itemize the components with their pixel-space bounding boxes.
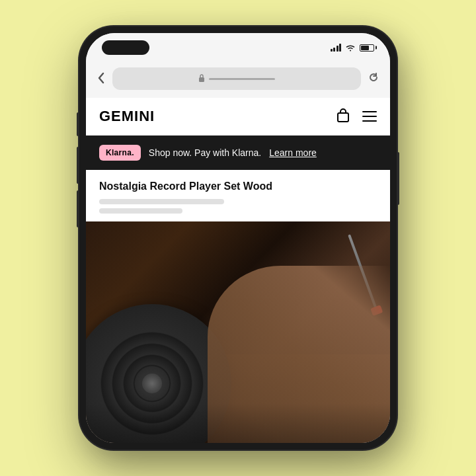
power-button xyxy=(397,152,399,205)
vinyl-center-hole xyxy=(142,374,162,393)
back-chevron-icon[interactable] xyxy=(97,71,106,87)
signal-icon xyxy=(331,44,342,52)
status-bar-right xyxy=(331,44,375,52)
browser-bar xyxy=(86,62,390,98)
store-logo: GEMINI xyxy=(99,108,155,125)
product-image-area xyxy=(86,221,390,443)
menu-icon[interactable] xyxy=(362,111,377,122)
signal-bar-2 xyxy=(333,48,335,52)
svg-rect-0 xyxy=(199,77,204,82)
battery-fill xyxy=(361,46,369,50)
product-meta-line-2 xyxy=(99,208,182,214)
menu-line-1 xyxy=(362,111,377,112)
klarna-message: Shop now. Pay with Klarna. xyxy=(149,147,261,158)
svg-rect-1 xyxy=(338,113,348,122)
mute-button xyxy=(77,112,79,136)
learn-more-link[interactable]: Learn more xyxy=(269,147,317,158)
image-gradient-overlay xyxy=(86,403,390,443)
url-bar[interactable] xyxy=(112,67,361,90)
store-icons xyxy=(336,107,377,126)
product-image xyxy=(86,221,390,443)
volume-down-button xyxy=(77,190,79,227)
signal-bar-1 xyxy=(331,49,333,52)
lock-icon xyxy=(198,73,205,84)
status-bar xyxy=(86,33,390,62)
product-section: Nostalgia Record Player Set Wood xyxy=(86,170,390,221)
menu-line-2 xyxy=(362,116,377,117)
cart-icon[interactable] xyxy=(336,107,350,126)
klarna-badge: Klarna. xyxy=(99,145,141,161)
url-text-placeholder xyxy=(209,78,275,80)
store-header: GEMINI xyxy=(86,98,390,136)
wifi-icon xyxy=(345,44,356,52)
status-bar-left xyxy=(102,40,149,55)
battery-icon xyxy=(360,44,374,52)
klarna-banner: Klarna. Shop now. Pay with Klarna. Learn… xyxy=(86,136,390,170)
signal-bar-4 xyxy=(339,44,341,52)
dynamic-island xyxy=(102,40,149,55)
phone-mockup: GEMINI Klarna xyxy=(79,26,397,450)
product-meta-lines xyxy=(99,199,377,214)
web-content: GEMINI Klarna xyxy=(86,98,390,443)
menu-line-3 xyxy=(362,120,377,122)
phone-screen: GEMINI Klarna xyxy=(86,33,390,443)
product-title: Nostalgia Record Player Set Wood xyxy=(99,180,377,192)
product-meta-line-1 xyxy=(99,199,224,204)
signal-bar-3 xyxy=(337,46,338,52)
volume-up-button xyxy=(77,147,79,184)
reload-button[interactable] xyxy=(368,71,379,86)
